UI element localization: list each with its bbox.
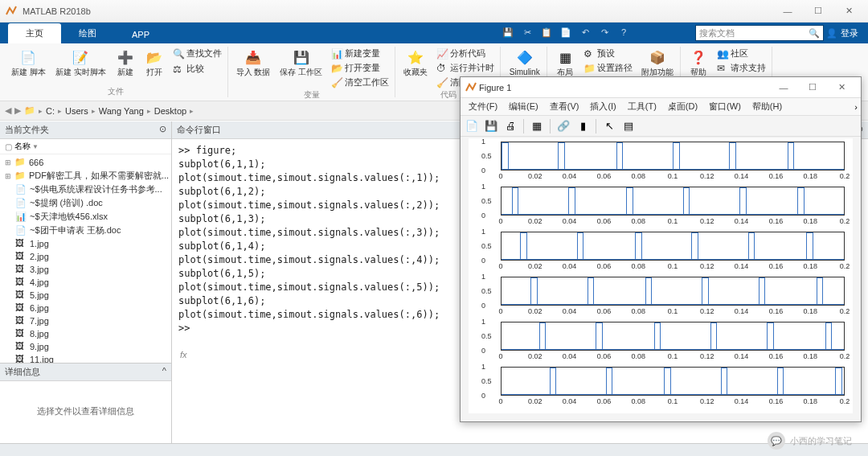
quick-access-toolbar: 💾 ✂ 📋 📄 ↶ ↷ ? [501, 25, 631, 39]
forward-button[interactable]: ▶ [14, 105, 21, 116]
window-title: MATLAB R2018b [23, 6, 773, 16]
undo-icon[interactable]: ↶ [578, 25, 592, 39]
cut-icon[interactable]: ✂ [520, 25, 534, 39]
figure-menu-item[interactable]: 查看(V) [545, 99, 584, 114]
save-icon[interactable]: 💾 [501, 25, 515, 39]
help-button[interactable]: ❓帮助 [686, 47, 711, 78]
current-folder-header: 当前文件夹⊙ [0, 121, 171, 139]
copy-icon[interactable]: 📋 [539, 25, 554, 39]
figure-menu-item[interactable]: 文件(F) [464, 99, 502, 114]
file-item[interactable]: 📊~$天津地铁456.xlsx [2, 210, 170, 224]
search-placeholder: 搜索文档 [699, 27, 735, 39]
link-icon[interactable]: 🔗 [555, 118, 571, 134]
figure-menu-item[interactable]: 帮助(H) [747, 99, 787, 114]
name-column[interactable]: 名称 [14, 141, 31, 152]
file-item[interactable]: 📄~$团干申请表 王杨.doc [2, 224, 170, 237]
figure-minimize-button[interactable]: — [769, 80, 798, 96]
layout-button[interactable]: ▦布局 [552, 47, 578, 78]
save-workspace-button[interactable]: 💾保存 工作区 [276, 47, 326, 78]
figure-menu-item[interactable]: 窗口(W) [704, 99, 746, 114]
preferences-button[interactable]: ⚙预设 [581, 47, 635, 60]
figure-toolbar: 📄 💾 🖨 ▦ 🔗 ▮ ↖ ▤ [461, 116, 861, 137]
import-data-button[interactable]: 📥导入 数据 [233, 47, 274, 78]
new-live-script-button[interactable]: 📝新建 实时脚本 [52, 47, 109, 78]
file-item[interactable]: 🖼6.jpg [2, 302, 170, 314]
figure-close-button[interactable]: ✕ [827, 80, 856, 96]
redo-icon[interactable]: ↷ [597, 25, 612, 39]
print-icon[interactable]: 🖨 [502, 118, 518, 134]
chevron-right-icon[interactable]: › [854, 102, 858, 112]
new-script-button[interactable]: 📄新建 脚本 [8, 47, 49, 78]
ribbon-group-variable: 📥导入 数据 💾保存 工作区 📊新建变量 📂打开变量 🧹清空工作区 变量 [230, 47, 396, 97]
compare-button[interactable]: ⚖比较 [170, 62, 224, 76]
file-item[interactable]: 📄~$提纲 (培训) .doc [2, 196, 170, 210]
tab-home[interactable]: 主页 [8, 23, 61, 43]
file-item[interactable]: 🖼2.jpg [2, 250, 170, 263]
back-button[interactable]: ◀ [5, 105, 11, 116]
status-bar [0, 443, 868, 456]
login-button[interactable]: 👤 登录 [820, 25, 865, 42]
figure-title-bar: Figure 1 — ☐ ✕ [461, 77, 861, 98]
subplot: 00.5100.020.040.060.080.10.120.140.160.1… [501, 187, 845, 216]
tab-apps[interactable]: APP [114, 26, 167, 43]
figure-maximize-button[interactable]: ☐ [798, 80, 827, 96]
save-figure-icon[interactable]: 💾 [483, 118, 499, 134]
subplot: 00.5100.020.040.060.080.10.120.140.160.1… [501, 142, 845, 170]
help-icon[interactable]: ? [616, 25, 631, 39]
set-path-button[interactable]: 📁设置路径 [581, 61, 635, 75]
open-button[interactable]: 📂打开 [141, 47, 167, 78]
subplot: 00.5100.020.040.060.080.10.120.140.160.1… [501, 277, 845, 306]
community-button[interactable]: 👥社区 [714, 47, 768, 60]
favorites-button[interactable]: ⭐收藏夹 [400, 47, 431, 78]
panel-menu-icon[interactable]: ⊙ [159, 124, 166, 136]
file-item[interactable]: ⊞ 📁666 [2, 156, 170, 169]
addons-button[interactable]: 📦附加功能 [638, 47, 677, 78]
new-button[interactable]: ➕新建 [113, 47, 138, 78]
file-item[interactable]: 🖼4.jpg [2, 276, 170, 289]
new-variable-button[interactable]: 📊新建变量 [329, 47, 391, 60]
user-icon: 👤 [826, 28, 837, 39]
figure-menu-item[interactable]: 编辑(E) [504, 99, 543, 114]
run-and-time-button[interactable]: ⏱运行并计时 [434, 61, 497, 75]
folder-icon[interactable]: 📁 [24, 105, 35, 116]
file-item[interactable]: 🖼1.jpg [2, 237, 170, 250]
file-list[interactable]: ⊞ 📁666⊞ 📁PDF解密工具，如果不需要解密就... 📄~$供电系统课程设计… [0, 154, 171, 363]
figure-menu-item[interactable]: 桌面(D) [663, 99, 702, 114]
maximize-button[interactable]: ☐ [804, 3, 833, 19]
analyze-code-button[interactable]: 📈分析代码 [434, 47, 497, 60]
new-figure-icon[interactable]: 📄 [464, 118, 480, 134]
tab-plots[interactable]: 绘图 [61, 23, 114, 43]
file-item[interactable]: 📄~$供电系统课程设计任务书参考... [2, 183, 170, 196]
file-item[interactable]: 🖼8.jpg [2, 327, 170, 340]
paste-icon[interactable]: 📄 [559, 25, 573, 39]
data-cursor-icon[interactable]: ▦ [529, 118, 545, 134]
file-item[interactable]: 🖼11.jpg [2, 353, 170, 363]
minimize-button[interactable]: — [773, 3, 802, 19]
file-item[interactable]: 🖼3.jpg [2, 263, 170, 276]
close-button[interactable]: ✕ [834, 3, 863, 19]
simulink-button[interactable]: 🔷Simulink [506, 47, 543, 78]
fx-icon[interactable]: fx [180, 350, 187, 359]
insert-colorbar-icon[interactable]: ▮ [575, 118, 591, 134]
file-item[interactable]: 🖼7.jpg [2, 314, 170, 327]
file-item[interactable]: 🖼5.jpg [2, 289, 170, 302]
insert-legend-icon[interactable]: ▤ [620, 118, 637, 134]
figure-menu-item[interactable]: 插入(I) [585, 99, 620, 114]
file-item[interactable]: 🖼9.jpg [2, 340, 170, 353]
search-input[interactable]: 搜索文档 🔍 [695, 25, 824, 41]
request-support-button[interactable]: ✉请求支持 [714, 61, 768, 75]
file-item[interactable]: ⊞ 📁PDF解密工具，如果不需要解密就... [2, 169, 170, 183]
wechat-icon: 💬 [768, 432, 785, 450]
path-user[interactable]: Wang Yang [99, 106, 144, 116]
figure-menu-item[interactable]: 工具(T) [623, 99, 661, 114]
open-variable-button[interactable]: 📂打开变量 [329, 61, 391, 75]
clear-workspace-button[interactable]: 🧹清空工作区 [329, 76, 391, 89]
path-users[interactable]: Users [65, 106, 88, 116]
search-icon[interactable]: 🔍 [809, 28, 820, 39]
pointer-icon[interactable]: ↖ [601, 118, 617, 134]
path-desktop[interactable]: Desktop [154, 106, 186, 116]
path-c[interactable]: C: [46, 106, 55, 116]
find-files-button[interactable]: 🔍查找文件 [170, 47, 224, 60]
subplot: 00.5100.020.040.060.080.10.120.140.160.1… [501, 232, 845, 261]
matlab-icon [465, 82, 477, 93]
